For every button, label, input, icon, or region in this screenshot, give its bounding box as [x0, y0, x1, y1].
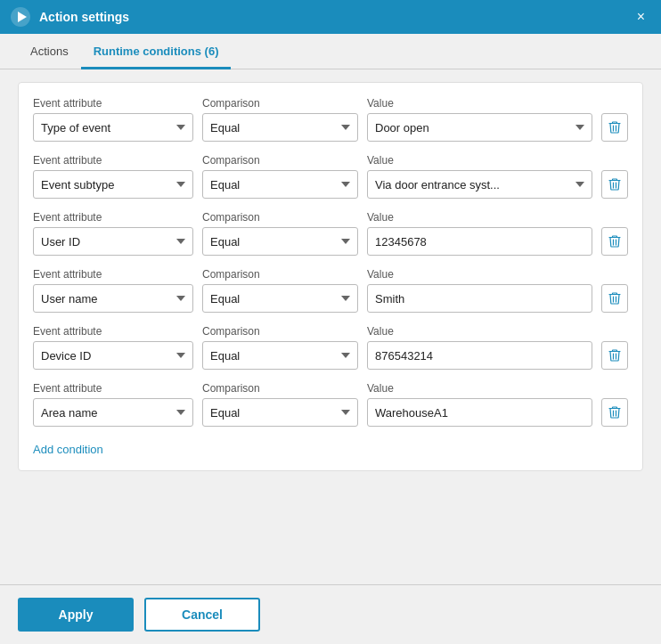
app-icon — [11, 7, 30, 27]
apply-button[interactable]: Apply — [18, 598, 134, 632]
delete-button-2[interactable] — [601, 170, 628, 199]
comparison-label-1: Comparison — [202, 97, 358, 110]
event-attr-select-5[interactable]: Device ID Type of event Event subtype Us… — [33, 341, 193, 370]
condition-row-5: Event attribute Device ID Type of event … — [33, 325, 628, 370]
event-attr-group-1: Event attribute Type of event Event subt… — [33, 97, 193, 142]
comparison-label-2: Comparison — [202, 154, 358, 167]
value-label-2: Value — [367, 154, 592, 167]
value-select-2[interactable]: Via door entrance syst... — [367, 170, 592, 199]
comparison-select-1[interactable]: Equal Not equal Contains — [202, 113, 358, 142]
titlebar: Action settings × — [0, 0, 661, 34]
comparison-select-3[interactable]: Equal Not equal — [202, 227, 358, 256]
footer: Apply Cancel — [0, 584, 661, 644]
event-attr-label-1: Event attribute — [33, 97, 193, 110]
event-attr-label-4: Event attribute — [33, 268, 193, 281]
event-attr-group-6: Event attribute Area name Type of event … — [33, 382, 193, 427]
delete-button-3[interactable] — [601, 227, 628, 256]
delete-button-1[interactable] — [601, 113, 628, 142]
content-area: Event attribute Type of event Event subt… — [0, 69, 661, 584]
value-input-6[interactable] — [367, 398, 592, 427]
trash-icon-4 — [608, 291, 621, 306]
comparison-select-4[interactable]: Equal Not equal — [202, 284, 358, 313]
comparison-select-6[interactable]: Equal Not equal — [202, 398, 358, 427]
comparison-label-6: Comparison — [202, 382, 358, 395]
comparison-group-2: Comparison Equal Not equal — [202, 154, 358, 199]
dialog-title: Action settings — [39, 10, 632, 24]
comparison-group-1: Comparison Equal Not equal Contains — [202, 97, 358, 142]
comparison-select-2[interactable]: Equal Not equal — [202, 170, 358, 199]
event-attr-label-2: Event attribute — [33, 154, 193, 167]
value-input-5[interactable] — [367, 341, 592, 370]
value-label-4: Value — [367, 268, 592, 281]
event-attr-group-5: Event attribute Device ID Type of event … — [33, 325, 193, 370]
event-attr-group-4: Event attribute User name Type of event … — [33, 268, 193, 313]
condition-row-3: Event attribute User ID Type of event Ev… — [33, 211, 628, 256]
condition-row-1: Event attribute Type of event Event subt… — [33, 97, 628, 142]
trash-icon-2 — [608, 177, 621, 192]
value-label-5: Value — [367, 325, 592, 338]
value-select-1[interactable]: Door open Door closed Door forced — [367, 113, 592, 142]
value-group-5: Value — [367, 325, 592, 370]
delete-button-6[interactable] — [601, 398, 628, 427]
comparison-select-5[interactable]: Equal Not equal — [202, 341, 358, 370]
event-attr-select-3[interactable]: User ID Type of event Event subtype User… — [33, 227, 193, 256]
value-label-6: Value — [367, 382, 592, 395]
comparison-group-4: Comparison Equal Not equal — [202, 268, 358, 313]
event-attr-group-2: Event attribute Event subtype Type of ev… — [33, 154, 193, 199]
trash-icon-5 — [608, 348, 621, 363]
value-label-3: Value — [367, 211, 592, 224]
condition-row-4: Event attribute User name Type of event … — [33, 268, 628, 313]
value-group-4: Value — [367, 268, 592, 313]
delete-button-5[interactable] — [601, 341, 628, 370]
value-group-1: Value Door open Door closed Door forced — [367, 97, 592, 142]
trash-icon-6 — [608, 405, 621, 420]
value-input-4[interactable] — [367, 284, 592, 313]
delete-button-4[interactable] — [601, 284, 628, 313]
value-group-3: Value — [367, 211, 592, 256]
event-attr-label-3: Event attribute — [33, 211, 193, 224]
condition-row-6: Event attribute Area name Type of event … — [33, 382, 628, 427]
add-condition-link[interactable]: Add condition — [33, 443, 103, 456]
comparison-label-4: Comparison — [202, 268, 358, 281]
comparison-group-6: Comparison Equal Not equal — [202, 382, 358, 427]
event-attr-label-5: Event attribute — [33, 325, 193, 338]
comparison-group-5: Comparison Equal Not equal — [202, 325, 358, 370]
event-attr-select-6[interactable]: Area name Type of event Event subtype Us… — [33, 398, 193, 427]
comparison-label-5: Comparison — [202, 325, 358, 338]
comparison-label-3: Comparison — [202, 211, 358, 224]
value-label-1: Value — [367, 97, 592, 110]
event-attr-select-4[interactable]: User name Type of event Event subtype Us… — [33, 284, 193, 313]
comparison-group-3: Comparison Equal Not equal — [202, 211, 358, 256]
trash-icon-1 — [608, 120, 621, 135]
value-group-2: Value Via door entrance syst... — [367, 154, 592, 199]
value-input-3[interactable] — [367, 227, 592, 256]
event-attr-label-6: Event attribute — [33, 382, 193, 395]
event-attr-group-3: Event attribute User ID Type of event Ev… — [33, 211, 193, 256]
cancel-button[interactable]: Cancel — [144, 598, 260, 632]
close-button[interactable]: × — [632, 6, 650, 28]
event-attr-select-1[interactable]: Type of event Event subtype User ID User… — [33, 113, 193, 142]
value-group-6: Value — [367, 382, 592, 427]
conditions-card: Event attribute Type of event Event subt… — [18, 82, 643, 471]
trash-icon-3 — [608, 234, 621, 249]
condition-row-2: Event attribute Event subtype Type of ev… — [33, 154, 628, 199]
tab-actions[interactable]: Actions — [18, 34, 81, 69]
tabs-bar: Actions Runtime conditions (6) — [0, 34, 661, 69]
dialog: Action settings × Actions Runtime condit… — [0, 0, 661, 644]
tab-runtime-conditions[interactable]: Runtime conditions (6) — [81, 34, 232, 69]
event-attr-select-2[interactable]: Event subtype Type of event User ID User… — [33, 170, 193, 199]
